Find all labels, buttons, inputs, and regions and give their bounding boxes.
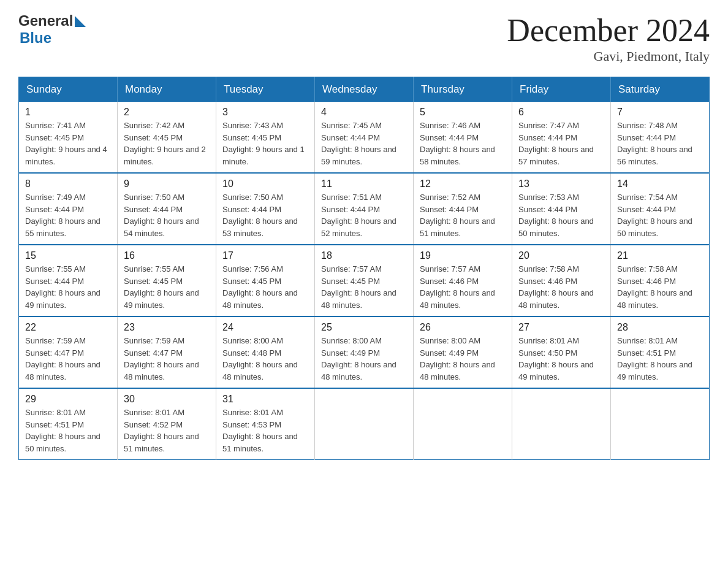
- calendar-cell: 4 Sunrise: 7:45 AM Sunset: 4:44 PM Dayli…: [315, 102, 414, 173]
- day-number: 4: [321, 107, 407, 118]
- weekday-header-thursday: Thursday: [414, 77, 512, 102]
- day-info: Sunrise: 7:50 AM Sunset: 4:44 PM Dayligh…: [222, 191, 308, 239]
- calendar-cell: 20 Sunrise: 7:58 AM Sunset: 4:46 PM Dayl…: [512, 245, 611, 316]
- day-info: Sunrise: 7:43 AM Sunset: 4:45 PM Dayligh…: [222, 120, 308, 167]
- calendar-cell: 12 Sunrise: 7:52 AM Sunset: 4:44 PM Dayl…: [414, 173, 512, 245]
- calendar-table: SundayMondayTuesdayWednesdayThursdayFrid…: [18, 77, 710, 460]
- calendar-cell: 29 Sunrise: 8:01 AM Sunset: 4:51 PM Dayl…: [19, 388, 118, 460]
- calendar-cell: 14 Sunrise: 7:54 AM Sunset: 4:44 PM Dayl…: [611, 173, 710, 245]
- calendar-cell: 31 Sunrise: 8:01 AM Sunset: 4:53 PM Dayl…: [216, 388, 315, 460]
- day-number: 26: [420, 322, 506, 333]
- day-info: Sunrise: 7:54 AM Sunset: 4:44 PM Dayligh…: [617, 191, 703, 239]
- day-number: 27: [518, 322, 604, 333]
- day-number: 9: [124, 178, 210, 190]
- location-subtitle: Gavi, Piedmont, Italy: [507, 48, 710, 64]
- day-info: Sunrise: 8:01 AM Sunset: 4:53 PM Dayligh…: [222, 407, 308, 454]
- calendar-cell: 9 Sunrise: 7:50 AM Sunset: 4:44 PM Dayli…: [118, 173, 216, 245]
- day-number: 23: [124, 322, 210, 333]
- day-number: 3: [222, 107, 308, 118]
- calendar-cell: 15 Sunrise: 7:55 AM Sunset: 4:44 PM Dayl…: [19, 245, 118, 316]
- day-info: Sunrise: 7:56 AM Sunset: 4:45 PM Dayligh…: [222, 263, 308, 311]
- day-number: 2: [124, 107, 210, 118]
- calendar-cell: [512, 388, 611, 460]
- day-info: Sunrise: 7:55 AM Sunset: 4:45 PM Dayligh…: [124, 263, 210, 311]
- day-number: 29: [25, 394, 111, 405]
- day-info: Sunrise: 7:59 AM Sunset: 4:47 PM Dayligh…: [124, 335, 210, 383]
- day-info: Sunrise: 7:41 AM Sunset: 4:45 PM Dayligh…: [25, 120, 111, 167]
- calendar-cell: 19 Sunrise: 7:57 AM Sunset: 4:46 PM Dayl…: [414, 245, 512, 316]
- logo: General Blue: [18, 12, 86, 47]
- day-info: Sunrise: 8:00 AM Sunset: 4:49 PM Dayligh…: [321, 335, 407, 383]
- calendar-week-row: 29 Sunrise: 8:01 AM Sunset: 4:51 PM Dayl…: [19, 388, 710, 460]
- calendar-cell: 2 Sunrise: 7:42 AM Sunset: 4:45 PM Dayli…: [118, 102, 216, 173]
- calendar-cell: 17 Sunrise: 7:56 AM Sunset: 4:45 PM Dayl…: [216, 245, 315, 316]
- day-number: 13: [518, 178, 604, 190]
- calendar-cell: 24 Sunrise: 8:00 AM Sunset: 4:48 PM Dayl…: [216, 316, 315, 388]
- weekday-header-wednesday: Wednesday: [315, 77, 414, 102]
- day-info: Sunrise: 8:00 AM Sunset: 4:48 PM Dayligh…: [222, 335, 308, 383]
- calendar-cell: 18 Sunrise: 7:57 AM Sunset: 4:45 PM Dayl…: [315, 245, 414, 316]
- title-block: December 2024 Gavi, Piedmont, Italy: [507, 12, 710, 64]
- calendar-cell: 8 Sunrise: 7:49 AM Sunset: 4:44 PM Dayli…: [19, 173, 118, 245]
- calendar-cell: 16 Sunrise: 7:55 AM Sunset: 4:45 PM Dayl…: [118, 245, 216, 316]
- day-number: 14: [617, 178, 703, 190]
- day-info: Sunrise: 8:01 AM Sunset: 4:51 PM Dayligh…: [25, 407, 111, 454]
- day-info: Sunrise: 7:48 AM Sunset: 4:44 PM Dayligh…: [617, 120, 703, 167]
- day-info: Sunrise: 7:47 AM Sunset: 4:44 PM Dayligh…: [518, 120, 604, 167]
- calendar-cell: 10 Sunrise: 7:50 AM Sunset: 4:44 PM Dayl…: [216, 173, 315, 245]
- calendar-cell: 1 Sunrise: 7:41 AM Sunset: 4:45 PM Dayli…: [19, 102, 118, 173]
- day-number: 19: [420, 250, 506, 261]
- calendar-cell: 22 Sunrise: 7:59 AM Sunset: 4:47 PM Dayl…: [19, 316, 118, 388]
- calendar-week-row: 22 Sunrise: 7:59 AM Sunset: 4:47 PM Dayl…: [19, 316, 710, 388]
- day-info: Sunrise: 7:50 AM Sunset: 4:44 PM Dayligh…: [124, 191, 210, 239]
- calendar-cell: 3 Sunrise: 7:43 AM Sunset: 4:45 PM Dayli…: [216, 102, 315, 173]
- calendar-cell: 23 Sunrise: 7:59 AM Sunset: 4:47 PM Dayl…: [118, 316, 216, 388]
- day-number: 24: [222, 322, 308, 333]
- weekday-header-friday: Friday: [512, 77, 611, 102]
- day-info: Sunrise: 7:45 AM Sunset: 4:44 PM Dayligh…: [321, 120, 407, 167]
- weekday-header-monday: Monday: [118, 77, 216, 102]
- calendar-cell: 30 Sunrise: 8:01 AM Sunset: 4:52 PM Dayl…: [118, 388, 216, 460]
- day-info: Sunrise: 7:57 AM Sunset: 4:46 PM Dayligh…: [420, 263, 506, 311]
- day-info: Sunrise: 7:51 AM Sunset: 4:44 PM Dayligh…: [321, 191, 407, 239]
- day-number: 11: [321, 178, 407, 190]
- svg-marker-0: [75, 16, 86, 27]
- day-info: Sunrise: 7:52 AM Sunset: 4:44 PM Dayligh…: [420, 191, 506, 239]
- calendar-cell: 11 Sunrise: 7:51 AM Sunset: 4:44 PM Dayl…: [315, 173, 414, 245]
- calendar-cell: 21 Sunrise: 7:58 AM Sunset: 4:46 PM Dayl…: [611, 245, 710, 316]
- calendar-cell: 5 Sunrise: 7:46 AM Sunset: 4:44 PM Dayli…: [414, 102, 512, 173]
- logo-blue-text: Blue: [20, 29, 51, 47]
- day-number: 16: [124, 250, 210, 261]
- day-number: 22: [25, 322, 111, 333]
- calendar-cell: [414, 388, 512, 460]
- day-number: 31: [222, 394, 308, 405]
- day-number: 17: [222, 250, 308, 261]
- logo-line1: General: [18, 12, 86, 29]
- day-info: Sunrise: 7:55 AM Sunset: 4:44 PM Dayligh…: [25, 263, 111, 311]
- day-number: 20: [518, 250, 604, 261]
- calendar-cell: [611, 388, 710, 460]
- weekday-header-saturday: Saturday: [611, 77, 710, 102]
- day-number: 15: [25, 250, 111, 261]
- logo-general-text: General: [18, 12, 73, 29]
- calendar-week-row: 8 Sunrise: 7:49 AM Sunset: 4:44 PM Dayli…: [19, 173, 710, 245]
- calendar-week-row: 1 Sunrise: 7:41 AM Sunset: 4:45 PM Dayli…: [19, 102, 710, 173]
- day-info: Sunrise: 7:58 AM Sunset: 4:46 PM Dayligh…: [617, 263, 703, 311]
- calendar-cell: 25 Sunrise: 8:00 AM Sunset: 4:49 PM Dayl…: [315, 316, 414, 388]
- calendar-header-row: SundayMondayTuesdayWednesdayThursdayFrid…: [19, 77, 710, 102]
- day-info: Sunrise: 8:00 AM Sunset: 4:49 PM Dayligh…: [420, 335, 506, 383]
- day-info: Sunrise: 7:57 AM Sunset: 4:45 PM Dayligh…: [321, 263, 407, 311]
- calendar-cell: 27 Sunrise: 8:01 AM Sunset: 4:50 PM Dayl…: [512, 316, 611, 388]
- day-number: 21: [617, 250, 703, 261]
- day-number: 10: [222, 178, 308, 190]
- calendar-cell: 6 Sunrise: 7:47 AM Sunset: 4:44 PM Dayli…: [512, 102, 611, 173]
- day-info: Sunrise: 8:01 AM Sunset: 4:50 PM Dayligh…: [518, 335, 604, 383]
- logo-triangle-icon: [75, 16, 86, 27]
- calendar-cell: 7 Sunrise: 7:48 AM Sunset: 4:44 PM Dayli…: [611, 102, 710, 173]
- day-info: Sunrise: 7:42 AM Sunset: 4:45 PM Dayligh…: [124, 120, 210, 167]
- weekday-header-tuesday: Tuesday: [216, 77, 315, 102]
- day-info: Sunrise: 7:53 AM Sunset: 4:44 PM Dayligh…: [518, 191, 604, 239]
- day-number: 7: [617, 107, 703, 118]
- day-number: 25: [321, 322, 407, 333]
- calendar-cell: 28 Sunrise: 8:01 AM Sunset: 4:51 PM Dayl…: [611, 316, 710, 388]
